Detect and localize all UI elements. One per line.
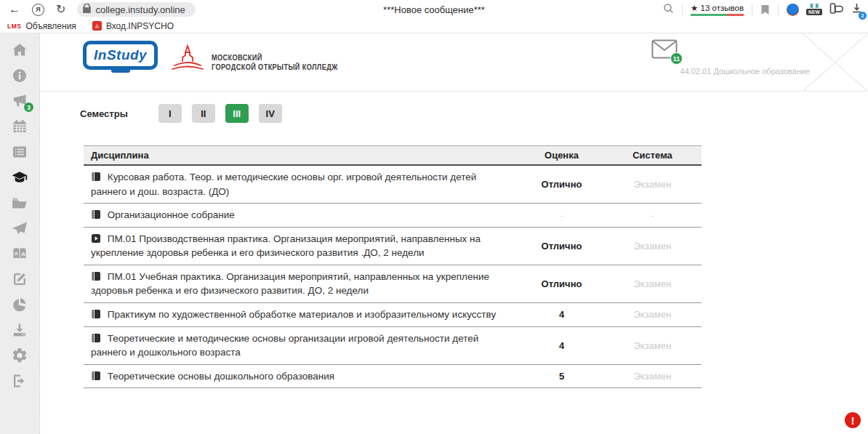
system-cell: - — [603, 211, 702, 220]
discipline-name[interactable]: Курсовая работа. Теор. и методические ос… — [91, 172, 476, 197]
book-icon — [91, 309, 101, 319]
grade-cell: 5 — [520, 371, 603, 382]
col-grade: Оценка — [520, 150, 603, 161]
main-content: InStudy МОСКОВСКИЙ ГОРОДСКОЙ ОТКРЫ — [41, 33, 868, 434]
extension-icon[interactable] — [787, 4, 799, 16]
search-icon[interactable] — [663, 3, 674, 17]
semester-tab-III[interactable]: III — [225, 104, 249, 123]
download-icon — [11, 321, 28, 339]
tower-icon — [168, 44, 207, 81]
alert-button[interactable]: ! — [845, 412, 861, 428]
system-cell: Экзамен — [603, 179, 702, 190]
grade-cell: - — [520, 211, 603, 220]
sidebar-item-statistics[interactable] — [11, 296, 28, 313]
grade-cell: Отлично — [520, 278, 603, 289]
mail-button[interactable]: 11 — [651, 39, 678, 62]
svg-text:я: я — [15, 251, 17, 256]
downloads-icon[interactable]: 2 — [851, 3, 862, 17]
system-cell: Экзамен — [603, 278, 702, 289]
discipline-cell: Теоретические и методические основы орга… — [84, 331, 520, 360]
semesters-label: Семестры — [80, 108, 128, 119]
divider — [778, 4, 779, 15]
discipline-name[interactable]: Теоретические и методические основы орга… — [91, 333, 478, 358]
system-cell: Экзамен — [603, 241, 702, 252]
book-icon — [91, 371, 101, 381]
discipline-name[interactable]: Практикум по художественной обработке ма… — [108, 309, 496, 320]
table-row: Теоретические и методические основы орга… — [84, 327, 702, 365]
bookmark-announcements[interactable]: LMS Объявления — [7, 21, 76, 31]
table-row: Теоретические основы дошкольного образов… — [84, 365, 702, 389]
book-icon — [91, 333, 101, 343]
browser-toolbar: ***Новое сообщение*** ← Я ↻ college.inst… — [0, 0, 868, 19]
collections-icon[interactable] — [829, 2, 843, 17]
bookmark-flag-icon[interactable] — [760, 4, 770, 15]
play-icon — [91, 233, 101, 244]
info-icon — [11, 67, 28, 84]
sidebar-item-translate[interactable]: Aя — [11, 245, 28, 262]
grade-cell: 4 — [520, 309, 603, 320]
semester-tabs: IIIIIIIV — [158, 104, 292, 123]
sidebar-item-schedule[interactable] — [11, 143, 28, 161]
sidebar-item-announcements[interactable]: 3 — [11, 92, 28, 110]
table-header: Дисциплина Оценка Система — [84, 145, 702, 166]
discipline-cell: Курсовая работа. Теор. и методические ос… — [84, 170, 520, 198]
grade-cell: 4 — [520, 340, 603, 351]
grades-table-body: Курсовая работа. Теор. и методические ос… — [84, 166, 702, 388]
book-icon — [91, 271, 101, 281]
gear-icon — [11, 347, 28, 364]
divider — [682, 4, 683, 15]
folder-open-icon — [11, 194, 28, 212]
table-row: Практикум по художественной обработке ма… — [84, 303, 702, 327]
sidebar: 3 Aя — [0, 33, 40, 434]
system-cell: Экзамен — [603, 309, 702, 320]
college-name: МОСКОВСКИЙ ГОРОДСКОЙ ОТКРЫТЫЙ КОЛЛЕДЖ — [212, 53, 338, 73]
svg-text:A: A — [21, 251, 25, 257]
refresh-button[interactable]: ↻ — [56, 4, 65, 15]
discipline-cell: Теоретические основы дошкольного образов… — [84, 369, 520, 384]
book-icon — [91, 172, 101, 182]
discipline-cell: ПМ.01 Производственная практика. Организ… — [84, 232, 520, 260]
bookmarks-bar: LMS Объявления Вход.INPSYCHO — [0, 19, 868, 33]
discipline-name[interactable]: Организационное собрание — [108, 209, 235, 220]
calendar-icon — [11, 118, 28, 135]
sidebar-item-logout[interactable] — [11, 372, 28, 390]
sidebar-item-info[interactable] — [11, 67, 28, 84]
extension-new-icon[interactable]: ♜♜ NEW — [807, 4, 821, 15]
sidebar-item-downloads[interactable] — [11, 321, 28, 339]
home-icon — [11, 41, 28, 59]
semester-tab-IV[interactable]: IV — [259, 104, 282, 123]
program-name: 44.02.01 Дошкольное образование — [680, 67, 810, 76]
discipline-name[interactable]: ПМ.01 Учебная практика. Организация меро… — [91, 271, 489, 297]
grades-table: Дисциплина Оценка Система Курсовая работ… — [84, 145, 702, 388]
book-icon — [91, 209, 101, 220]
downloads-badge: 2 — [859, 12, 867, 20]
semester-tab-II[interactable]: II — [192, 104, 215, 123]
inpsycho-favicon — [92, 21, 102, 31]
discipline-name[interactable]: ПМ.01 Производственная практика. Организ… — [91, 233, 481, 259]
pie-chart-icon — [11, 296, 28, 313]
semester-tab-I[interactable]: I — [158, 104, 182, 123]
bookmark-inpsycho[interactable]: Вход.INPSYCHO — [92, 21, 174, 31]
sidebar-item-send[interactable] — [11, 220, 28, 237]
logout-icon — [11, 372, 28, 390]
table-row: ПМ.01 Производственная практика. Организ… — [84, 228, 702, 265]
reviews-rating[interactable]: ★ 13 отзывов — [691, 3, 744, 16]
url-text: college.instudy.online — [95, 4, 185, 15]
sidebar-item-grades[interactable] — [11, 169, 28, 186]
table-row: Курсовая работа. Теор. и методические ос… — [84, 166, 702, 204]
sidebar-item-home[interactable] — [11, 41, 28, 59]
lms-favicon: LMS — [7, 23, 21, 30]
address-bar[interactable]: college.instudy.online — [77, 2, 195, 17]
discipline-name[interactable]: Теоретические основы дошкольного образов… — [108, 371, 334, 382]
yandex-button[interactable]: Я — [32, 4, 44, 16]
back-button[interactable]: ← — [9, 4, 20, 15]
announcements-badge: 3 — [24, 103, 33, 112]
college-logo: МОСКОВСКИЙ ГОРОДСКОЙ ОТКРЫТЫЙ КОЛЛЕДЖ — [168, 44, 349, 81]
sidebar-item-settings[interactable] — [11, 347, 28, 364]
paper-plane-icon — [11, 220, 28, 237]
sidebar-item-calendar[interactable] — [11, 118, 28, 135]
sidebar-item-edit[interactable] — [11, 270, 28, 288]
lock-icon — [83, 3, 91, 16]
col-discipline: Дисциплина — [84, 150, 520, 161]
sidebar-item-files[interactable] — [11, 194, 28, 212]
